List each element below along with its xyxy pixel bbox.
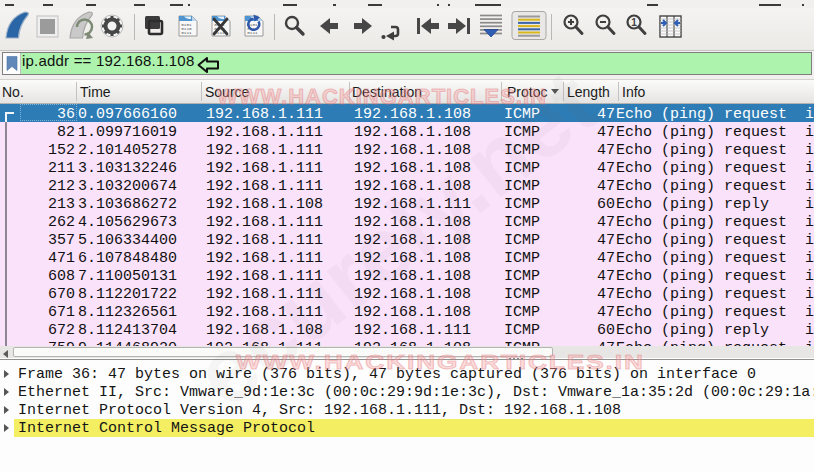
svg-text:1: 1 [631,17,637,28]
svg-text:0111: 0111 [181,30,192,35]
